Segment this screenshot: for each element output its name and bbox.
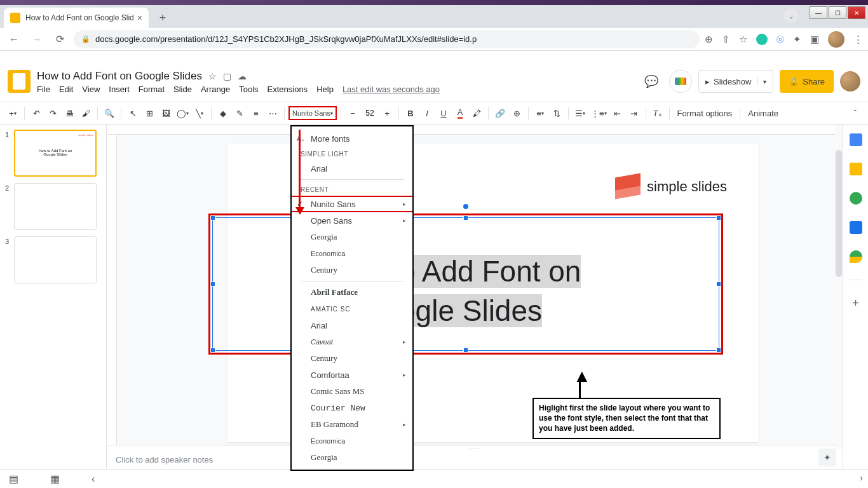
comment-button[interactable]: ⊕ xyxy=(509,105,524,121)
close-tab-icon[interactable]: × xyxy=(137,13,142,23)
font-item-nunito-sans[interactable]: ✓ Nunito Sans ▸ xyxy=(292,196,412,212)
collapse-toolbar-button[interactable]: ˆ xyxy=(848,105,863,121)
clear-formatting-button[interactable]: Tₓ xyxy=(650,105,665,121)
extensions-icon[interactable]: ✦ xyxy=(793,34,801,45)
font-item-arial-theme[interactable]: Arial xyxy=(292,160,412,177)
forward-button[interactable]: → xyxy=(28,30,46,48)
comments-button[interactable]: 💬 xyxy=(640,70,663,93)
star-icon[interactable]: ☆ xyxy=(208,71,217,81)
slide-title-text[interactable]: o Add Font on ogle Slides xyxy=(399,252,581,330)
resize-handle-tm[interactable] xyxy=(463,215,468,220)
link-button[interactable]: 🔗 xyxy=(492,105,508,121)
font-item-century[interactable]: Century xyxy=(292,350,412,367)
more-fonts-item[interactable]: More fonts xyxy=(292,130,412,147)
thumbnail-3[interactable]: 3 xyxy=(5,236,101,283)
shape-tool[interactable]: ◯▾ xyxy=(175,105,191,121)
add-addon-icon[interactable]: + xyxy=(852,297,859,310)
line-spacing-button[interactable]: ⇅ xyxy=(549,105,564,121)
share-url-icon[interactable]: ⇧ xyxy=(722,34,730,45)
slideshow-button[interactable]: ▸ Slideshow ▾ xyxy=(698,70,773,93)
rotate-handle[interactable] xyxy=(463,204,468,209)
browser-tab-active[interactable]: How to Add Font on Google Slid × xyxy=(4,8,149,28)
side-panel-toggle[interactable]: › xyxy=(860,473,863,483)
resize-handle-bm[interactable] xyxy=(463,348,468,353)
font-item-arial[interactable]: Arial xyxy=(292,317,412,334)
new-slide-button[interactable]: +▾ xyxy=(5,105,20,121)
resize-handle-tl[interactable] xyxy=(210,215,215,220)
resize-handle-mr[interactable] xyxy=(716,281,721,287)
numbered-list-button[interactable]: ☰▾ xyxy=(573,105,588,121)
underline-button[interactable]: U xyxy=(436,105,451,121)
keep-icon[interactable] xyxy=(850,163,862,175)
font-item-courier-new[interactable]: Courier New xyxy=(292,400,412,416)
increase-fontsize[interactable]: + xyxy=(379,105,395,121)
border-color-button[interactable]: ✎ xyxy=(232,105,247,121)
cloud-status-icon[interactable]: ☁ xyxy=(238,71,247,81)
font-item-comic-sans-ms[interactable]: Comic Sans MS xyxy=(292,383,412,400)
back-button[interactable]: ← xyxy=(5,30,23,48)
paint-format-button[interactable]: 🖌 xyxy=(78,105,93,121)
image-tool[interactable]: 🖼 xyxy=(158,105,173,121)
border-dash-button[interactable]: ⋯ xyxy=(265,105,280,121)
last-edit-link[interactable]: Last edit was seconds ago xyxy=(342,85,440,94)
scrollbar-thumb[interactable] xyxy=(836,150,842,277)
url-field[interactable]: 🔒 docs.google.com/presentation/d/12J_S4Y… xyxy=(74,30,700,48)
font-item-eb-garamond[interactable]: EB Garamond▸ xyxy=(292,416,412,433)
share-button[interactable]: 🔒 Share xyxy=(780,70,834,93)
bold-button[interactable]: B xyxy=(403,105,418,121)
chrome-menu-icon[interactable]: ⋮ xyxy=(853,34,863,45)
document-title[interactable]: How to Add Font on Google Slides xyxy=(37,70,202,83)
meet-button[interactable] xyxy=(669,70,692,93)
format-options-button[interactable]: Format options xyxy=(674,109,736,118)
menu-slide[interactable]: Slide xyxy=(173,85,192,94)
resize-handle-tr[interactable] xyxy=(716,215,721,220)
menu-format[interactable]: Format xyxy=(139,85,165,94)
close-window-button[interactable]: ✕ xyxy=(848,6,865,19)
border-weight-button[interactable]: ≡ xyxy=(248,105,264,121)
menu-edit[interactable]: Edit xyxy=(59,85,73,94)
calendar-icon[interactable] xyxy=(850,133,862,146)
zoom-button[interactable]: 🔍 xyxy=(102,105,117,121)
font-item-amatic-sc[interactable]: AMATIC SC xyxy=(292,301,412,317)
reading-list-icon[interactable]: ▣ xyxy=(810,34,819,45)
decrease-fontsize[interactable]: − xyxy=(345,105,360,121)
vertical-scrollbar[interactable] xyxy=(835,125,843,449)
menu-insert[interactable]: Insert xyxy=(109,85,130,94)
new-tab-button[interactable]: + xyxy=(154,9,172,27)
text-color-button[interactable]: A xyxy=(452,105,468,121)
fill-color-button[interactable]: ◆ xyxy=(215,105,231,121)
bullet-list-button[interactable]: ⋮≡▾ xyxy=(589,105,609,121)
font-item-century-recent[interactable]: Century xyxy=(292,262,412,278)
resize-handle-ml[interactable] xyxy=(210,281,215,287)
font-size-input[interactable] xyxy=(362,107,378,119)
slides-logo-icon[interactable] xyxy=(8,70,31,93)
filmstrip-view-icon[interactable]: ▤ xyxy=(9,473,18,485)
slideshow-caret[interactable]: ▾ xyxy=(757,78,766,85)
menu-extensions[interactable]: Extensions xyxy=(268,85,308,94)
zoom-icon[interactable]: ⊕ xyxy=(705,34,713,45)
tab-search-button[interactable]: ⌄ xyxy=(784,9,798,23)
menu-tools[interactable]: Tools xyxy=(239,85,258,94)
thumbnail-2[interactable]: 2 xyxy=(5,183,101,230)
increase-indent-button[interactable]: ⇥ xyxy=(627,105,642,121)
print-button[interactable]: 🖶 xyxy=(62,105,77,121)
font-item-caveat[interactable]: Caveat▸ xyxy=(292,334,412,350)
select-tool[interactable]: ↖ xyxy=(125,105,140,121)
grid-view-icon[interactable]: ▦ xyxy=(50,473,60,485)
font-item-comfortaa[interactable]: Comfortaa▸ xyxy=(292,367,412,383)
font-item-abril-fatface[interactable]: Abril Fatface xyxy=(292,284,412,301)
collapse-panel-icon[interactable]: ‹ xyxy=(92,473,95,485)
font-item-economica[interactable]: Economica xyxy=(292,433,412,449)
speaker-notes-drag-handle[interactable]: ⋯⋯ xyxy=(107,445,843,450)
minimize-button[interactable]: — xyxy=(810,6,827,19)
cast-icon[interactable]: ⦾ xyxy=(776,34,784,45)
extension-icon-1[interactable] xyxy=(756,34,768,45)
resize-handle-br[interactable] xyxy=(716,348,721,353)
menu-file[interactable]: File xyxy=(37,85,50,94)
font-item-open-sans[interactable]: Open Sans ▸ xyxy=(292,212,412,229)
menu-arrange[interactable]: Arrange xyxy=(201,85,230,94)
align-button[interactable]: ≡▾ xyxy=(532,105,548,121)
animate-button[interactable]: Animate xyxy=(744,109,782,118)
speaker-notes[interactable]: Click to add speaker notes xyxy=(107,450,843,469)
tasks-icon[interactable] xyxy=(850,192,862,205)
